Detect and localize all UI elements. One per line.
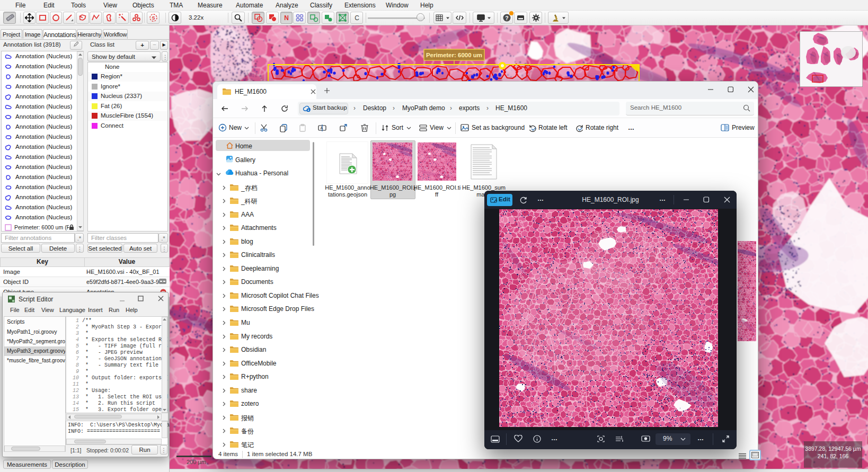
svg-text:N: N [284,14,289,22]
svg-text:?: ? [505,15,508,21]
svg-text:Perimeter: 6000 um: Perimeter: 6000 um [426,52,482,58]
svg-text:S: S [152,15,155,21]
svg-text:C: C [355,14,359,22]
svg-text:A: A [321,126,323,130]
